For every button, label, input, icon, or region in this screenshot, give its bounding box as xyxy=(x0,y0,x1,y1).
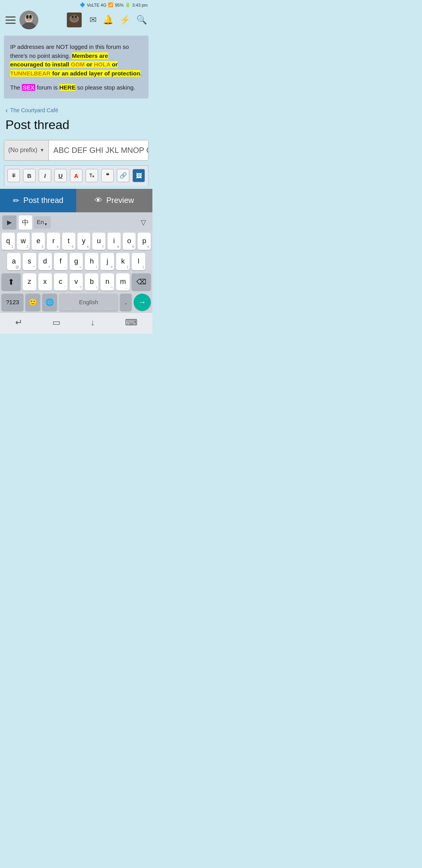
page-title: Post thread xyxy=(0,116,152,137)
key-b[interactable]: b! xyxy=(85,273,98,291)
svg-point-9 xyxy=(72,16,73,18)
hola-link[interactable]: HOLA xyxy=(94,61,110,68)
key-backspace[interactable]: ⌫ xyxy=(132,273,151,291)
key-a[interactable]: a@ xyxy=(7,253,21,270)
breadcrumb[interactable]: ‹ The Courtyard Café xyxy=(0,102,152,116)
key-w[interactable]: w2 xyxy=(17,233,30,250)
key-m[interactable]: m… xyxy=(116,273,130,291)
keyboard-row-2: a@ s* d+ f- g= h/ j# k( l) xyxy=(0,251,152,272)
gom-link[interactable]: GOM xyxy=(71,61,85,68)
bottom-nav: ↵ ▭ ↓ ⌨ xyxy=(0,312,152,334)
toolbar-strikethrough[interactable]: T̶ xyxy=(7,169,20,182)
keyboard-row-1: q1 w2 e3 r4 t5 y6 u7 i8 o9 p0 xyxy=(0,231,152,251)
preview-icon: 👁 xyxy=(95,196,102,205)
key-globe[interactable]: 🌐 xyxy=(42,294,57,311)
toolbar-bold[interactable]: B xyxy=(23,169,36,182)
key-j[interactable]: j# xyxy=(100,253,114,270)
forum-avatar[interactable] xyxy=(67,13,82,27)
key-x[interactable]: x: xyxy=(38,273,52,291)
key-k[interactable]: k( xyxy=(116,253,130,270)
keyboard-english-btn[interactable]: En▼ xyxy=(34,216,51,229)
prefix-row: (No prefix) ▼ xyxy=(4,140,148,161)
key-g[interactable]: g= xyxy=(70,253,83,270)
keyboard-expand-icon[interactable]: ▶ xyxy=(2,215,16,230)
keyboard-lang-row: ▶ 中 En▼ ▽ xyxy=(0,212,152,231)
breadcrumb-label[interactable]: The Courtyard Café xyxy=(10,107,58,113)
nav-bar: ✉ 🔔 ⚡ 🔍 xyxy=(0,8,152,32)
bluetooth-icon: 🔷 xyxy=(80,2,85,7)
key-h[interactable]: h/ xyxy=(85,253,98,270)
key-period[interactable]: . xyxy=(120,294,132,311)
notice-text-1: IP addresses are NOT logged in this foru… xyxy=(10,43,142,78)
thread-title-input[interactable] xyxy=(49,140,148,160)
key-i[interactable]: i8 xyxy=(107,233,121,250)
activity-icon[interactable]: ⚡ xyxy=(120,15,130,25)
toolbar-italic[interactable]: I xyxy=(39,169,51,182)
notification-icon[interactable]: 🔔 xyxy=(103,15,113,25)
key-z[interactable]: z' xyxy=(23,273,36,291)
toolbar-font-color[interactable]: A xyxy=(70,169,82,182)
key-o[interactable]: o9 xyxy=(123,233,136,250)
battery-icon: 🔋 xyxy=(125,2,131,7)
post-thread-button[interactable]: ✏ Post thread xyxy=(0,189,76,212)
prefix-select[interactable]: (No prefix) ▼ xyxy=(4,140,49,160)
sex-link[interactable]: SEX xyxy=(22,84,35,91)
key-space[interactable]: English xyxy=(59,294,118,311)
notice-text-2: The SEX forum is HERE so please stop ask… xyxy=(10,83,142,92)
toolbar-link[interactable]: 🔗 xyxy=(117,169,129,182)
key-y[interactable]: y6 xyxy=(77,233,91,250)
nav-recent-btn[interactable]: ▭ xyxy=(48,316,64,329)
highlight-members: Members are encouraged to install GOM or… xyxy=(10,52,140,77)
keyboard-collapse-icon[interactable]: ▽ xyxy=(137,216,150,229)
key-n[interactable]: n~ xyxy=(100,273,114,291)
key-e[interactable]: e3 xyxy=(32,233,45,250)
nav-keyboard-btn[interactable]: ⌨ xyxy=(121,316,141,329)
thread-form: (No prefix) ▼ T̶ B I U A Tₐ ❝ 🔗 🖼 xyxy=(0,137,152,189)
time: 3:43 pm xyxy=(132,3,148,7)
search-icon[interactable]: 🔍 xyxy=(136,15,147,25)
key-enter[interactable]: → xyxy=(134,294,151,311)
here-link[interactable]: HERE xyxy=(59,84,76,91)
svg-point-10 xyxy=(75,16,77,18)
key-num-switch[interactable]: ?123 xyxy=(2,294,23,311)
notice-box: IP addresses are NOT logged in this foru… xyxy=(4,36,148,99)
battery-text: 95% xyxy=(115,3,123,7)
key-c[interactable]: c" xyxy=(54,273,68,291)
user-avatar[interactable] xyxy=(20,11,38,29)
hamburger-menu[interactable] xyxy=(5,16,16,24)
toolbar-text-size[interactable]: Tₐ xyxy=(86,169,98,182)
key-r[interactable]: r4 xyxy=(47,233,60,250)
status-bar: 🔷 VoLTE 4G 📶 95% 🔋 3:43 pm xyxy=(0,0,152,8)
editor-toolbar: T̶ B I U A Tₐ ❝ 🔗 🖼 xyxy=(4,165,148,186)
signal-bars: 📶 xyxy=(108,2,113,7)
preview-label: Preview xyxy=(106,196,134,205)
toolbar-underline[interactable]: U xyxy=(54,169,67,182)
key-l[interactable]: l) xyxy=(132,253,145,270)
key-p[interactable]: p0 xyxy=(138,233,151,250)
signal-text: VoLTE 4G xyxy=(87,3,106,7)
toolbar-image[interactable]: 🖼 xyxy=(132,169,145,182)
key-shift[interactable]: ⬆— xyxy=(2,273,21,291)
nav-back-btn[interactable]: ↵ xyxy=(11,316,26,329)
back-chevron-icon: ‹ xyxy=(5,106,8,115)
toolbar-quote[interactable]: ❝ xyxy=(101,169,114,182)
mail-icon[interactable]: ✉ xyxy=(89,15,97,25)
svg-point-5 xyxy=(29,15,32,19)
action-buttons: ✏ Post thread 👁 Preview xyxy=(0,189,152,212)
preview-button[interactable]: 👁 Preview xyxy=(76,189,152,212)
prefix-label: (No prefix) xyxy=(8,147,38,154)
key-t[interactable]: t5 xyxy=(62,233,75,250)
key-emoji[interactable]: 🙂 xyxy=(25,294,40,311)
key-s[interactable]: s* xyxy=(23,253,36,270)
svg-point-4 xyxy=(26,15,29,19)
nav-icons: ✉ 🔔 ⚡ 🔍 xyxy=(89,15,147,25)
key-f[interactable]: f- xyxy=(54,253,68,270)
key-q[interactable]: q1 xyxy=(2,233,15,250)
keyboard-chinese-btn[interactable]: 中 xyxy=(19,215,32,230)
key-u[interactable]: u7 xyxy=(92,233,106,250)
key-d[interactable]: d+ xyxy=(38,253,52,270)
post-thread-label: Post thread xyxy=(23,196,63,205)
nav-down-btn[interactable]: ↓ xyxy=(87,316,99,329)
tunnelbear-link[interactable]: TUNNELBEAR xyxy=(10,70,50,77)
key-v[interactable]: v? xyxy=(70,273,83,291)
